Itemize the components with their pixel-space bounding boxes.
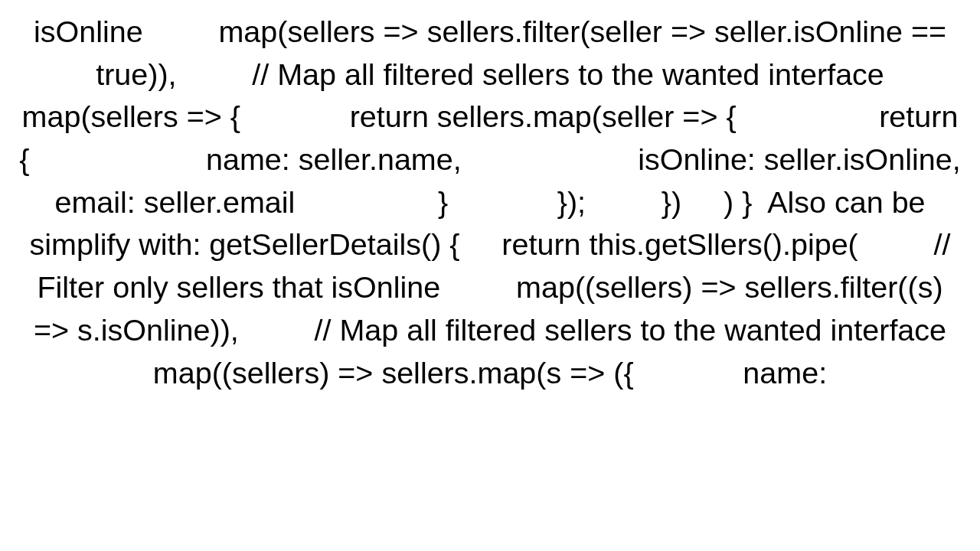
code-text-block: isOnline map(sellers => sellers.filter(s… [0, 0, 980, 551]
